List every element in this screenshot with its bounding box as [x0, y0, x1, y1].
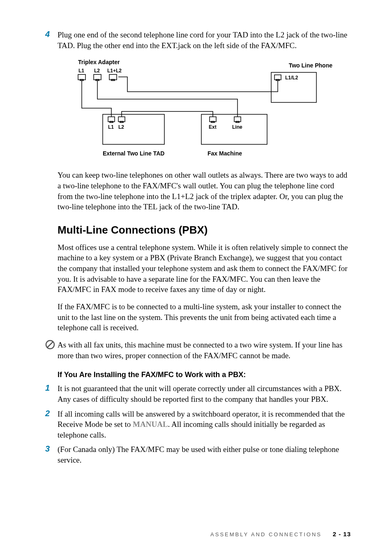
svg-text:Line: Line [232, 124, 242, 130]
connection-diagram: Triplex Adapter Two Line Phone External … [70, 59, 351, 162]
svg-rect-14 [118, 117, 125, 122]
svg-rect-4 [109, 74, 117, 80]
pbx-step-1: 1 It is not guaranteed that the unit wil… [58, 383, 351, 404]
step-number-1: 1 [45, 383, 58, 404]
paragraph-after-diagram: You can keep two-line telephones on othe… [58, 170, 351, 212]
step-number-4: 4 [45, 30, 58, 51]
step-4: 4 Plug one end of the second telephone l… [58, 30, 351, 51]
diagram-svg: L1 L2 L1+L2 L1/L2 L1 L2 Ext Line [70, 59, 325, 149]
svg-rect-12 [108, 117, 115, 122]
svg-rect-8 [274, 75, 281, 80]
pbx-install-heading: If You Are Installing the FAX/MFC to Wor… [58, 371, 351, 379]
two-line-phone-label: Two Line Phone [289, 62, 332, 69]
svg-text:L2: L2 [118, 124, 124, 130]
svg-text:Ext: Ext [209, 124, 217, 130]
external-tad-label: External Two Line TAD [103, 150, 164, 157]
footer-section: ASSEMBLY AND CONNECTIONS [210, 531, 322, 537]
note-block: As with all fax units, this machine must… [58, 340, 351, 361]
fax-machine-label: Fax Machine [208, 150, 242, 157]
diagram-l1-label: L1 [78, 68, 84, 74]
svg-line-26 [47, 342, 53, 348]
page-number: 2 - 13 [333, 531, 351, 537]
multi-line-heading: Multi-Line Connections (PBX) [58, 224, 351, 236]
svg-rect-21 [234, 117, 241, 122]
pbx-step-3-text: (For Canada only) The FAX/MFC may be use… [58, 444, 351, 465]
pbx-step-1-text: It is not guaranteed that the unit will … [58, 383, 351, 404]
svg-rect-0 [78, 74, 85, 80]
step-number-3: 3 [45, 444, 58, 465]
pbx-step-3: 3 (For Canada only) The FAX/MFC may be u… [58, 444, 351, 465]
prohibit-icon [45, 340, 58, 361]
triplex-adapter-label: Triplex Adapter [78, 59, 120, 65]
manual-mode-label: MANUAL [133, 420, 168, 429]
diagram-l1l2-label: L1+L2 [107, 68, 122, 74]
svg-rect-19 [210, 117, 216, 122]
pbx-step-2-text: If all incoming calls will be answered b… [58, 409, 351, 440]
svg-text:L1/L2: L1/L2 [285, 75, 298, 81]
page-footer: ASSEMBLY AND CONNECTIONS 2 - 13 [210, 531, 351, 537]
step-4-text: Plug one end of the second telephone lin… [58, 30, 351, 51]
note-text: As with all fax units, this machine must… [58, 340, 351, 361]
pbx-paragraph-1: Most offices use a central telephone sys… [58, 242, 351, 295]
pbx-paragraph-2: If the FAX/MFC is to be connected to a m… [58, 301, 351, 333]
diagram-l2-label: L2 [94, 68, 100, 74]
pbx-step-2: 2 If all incoming calls will be answered… [58, 409, 351, 440]
svg-text:L1: L1 [108, 124, 114, 130]
step-number-2: 2 [45, 409, 58, 440]
svg-rect-2 [94, 74, 101, 80]
